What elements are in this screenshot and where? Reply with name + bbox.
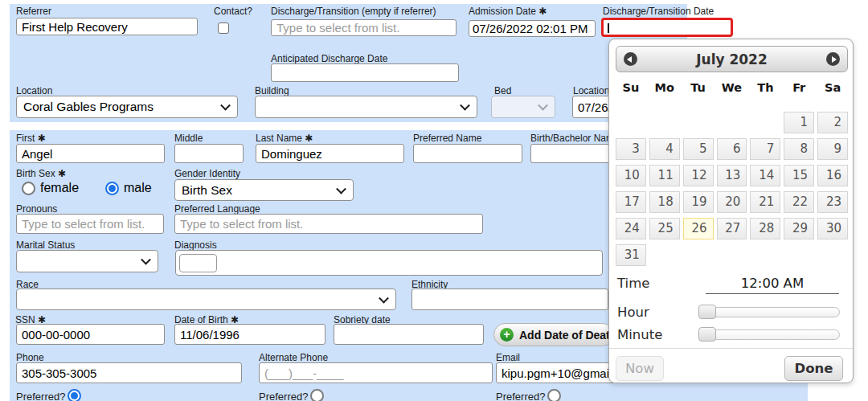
now-button[interactable]: Now (616, 356, 664, 381)
pronouns-input[interactable] (16, 214, 164, 234)
race-select[interactable] (16, 288, 396, 310)
calendar-day[interactable]: 16 (817, 165, 848, 186)
building-select[interactable] (255, 96, 477, 118)
phone-input[interactable] (16, 362, 242, 383)
last-name-input[interactable] (256, 144, 404, 163)
email-preferred-label: Preferred? (496, 391, 545, 401)
calendar-day[interactable]: 6 (717, 138, 747, 160)
datepicker-header: July 2022 (616, 46, 848, 72)
calendar-day[interactable]: 18 (649, 191, 680, 213)
calendar-day[interactable]: 7 (750, 138, 780, 160)
prev-month-icon[interactable] (624, 52, 637, 66)
calendar-day[interactable]: 24 (616, 218, 646, 239)
contact-label: Contact? (214, 6, 252, 17)
calendar-empty-cell (750, 112, 780, 133)
diagnosis-label: Diagnosis (174, 239, 217, 251)
location-select[interactable]: Coral Gables Programs (16, 96, 238, 118)
calendar-day[interactable]: 5 (683, 138, 714, 160)
calendar-day[interactable]: 3 (616, 138, 646, 160)
calendar-day[interactable]: 29 (784, 218, 814, 239)
hour-slider-track[interactable] (700, 307, 840, 317)
hour-label: Hour (617, 305, 649, 320)
bed-select[interactable] (491, 96, 555, 118)
add-date-of-death-button[interactable]: + Add Date of Death (493, 323, 614, 346)
preferred-name-input[interactable] (413, 144, 522, 163)
contact-checkbox[interactable] (218, 23, 229, 34)
calendar-day[interactable]: 28 (750, 218, 780, 239)
referrer-input[interactable] (16, 18, 198, 35)
alternate-phone-label: Alternate Phone (259, 352, 328, 363)
calendar-day[interactable]: 27 (717, 218, 747, 239)
birth-sex-female-radio[interactable] (22, 182, 35, 195)
referrer-label: Referrer (16, 6, 51, 17)
time-value-input[interactable]: 12:00 AM (706, 276, 839, 294)
anticipated-discharge-date-input[interactable] (271, 63, 459, 82)
admission-date-input[interactable] (469, 20, 596, 37)
phone-label: Phone (16, 352, 44, 363)
hour-slider-handle[interactable] (698, 305, 716, 319)
calendar-day[interactable]: 9 (817, 138, 848, 160)
anticipated-discharge-date-label: Anticipated Discharge Date (271, 53, 387, 64)
chevron-down-icon (220, 100, 231, 111)
calendar-day[interactable]: 19 (683, 191, 714, 213)
done-button[interactable]: Done (784, 356, 843, 381)
calendar-day[interactable]: 8 (784, 138, 814, 160)
birth-sex-male-radio[interactable] (105, 182, 119, 195)
calendar-day[interactable]: 23 (817, 191, 848, 213)
birth-sex-female-label: female (40, 181, 79, 195)
day-header: Tu (683, 81, 714, 94)
next-month-icon[interactable] (826, 52, 840, 66)
alternate-phone-input[interactable] (259, 362, 493, 383)
discharge-transition-date-input[interactable] (601, 18, 733, 37)
marital-status-select[interactable] (16, 250, 158, 272)
calendar-day[interactable]: 22 (784, 191, 814, 213)
calendar-day[interactable]: 4 (649, 138, 680, 160)
preferred-language-input[interactable] (174, 214, 483, 234)
calendar-empty-cell (750, 244, 780, 266)
date-of-birth-input[interactable] (174, 324, 326, 345)
day-header: Su (616, 81, 646, 94)
admission-date-label: Admission Date ✱ (469, 6, 547, 17)
calendar-day[interactable]: 25 (649, 218, 680, 239)
calendar-day[interactable]: 10 (616, 165, 646, 186)
email-preferred-radio[interactable] (547, 389, 561, 401)
left-triangle-icon (627, 56, 632, 63)
calendar-day-today[interactable]: 26 (683, 218, 714, 239)
day-header: Mo (649, 81, 680, 94)
gender-identity-select[interactable]: Birth Sex (174, 179, 354, 201)
chevron-down-icon (379, 293, 389, 303)
minute-slider-handle[interactable] (698, 327, 716, 342)
diagnosis-code-input[interactable] (179, 254, 217, 272)
calendar-day[interactable]: 20 (717, 191, 747, 213)
chevron-down-icon (538, 100, 548, 111)
ssn-input[interactable] (16, 324, 165, 345)
calendar-day[interactable]: 14 (750, 165, 780, 186)
calendar-empty-cell (717, 244, 747, 266)
calendar-day[interactable]: 2 (817, 112, 848, 133)
calendar-day[interactable]: 12 (683, 165, 714, 186)
calendar-empty-cell (649, 112, 680, 133)
calendar-day[interactable]: 1 (784, 112, 814, 133)
calendar-day[interactable]: 31 (616, 244, 646, 266)
middle-name-input[interactable] (174, 144, 244, 163)
location-label: Location (16, 85, 52, 96)
calendar-day[interactable]: 21 (750, 191, 780, 213)
calendar-day[interactable]: 13 (717, 165, 747, 186)
sobriety-date-input[interactable] (334, 324, 484, 345)
alternate-phone-preferred-radio[interactable] (310, 389, 324, 401)
calendar-day[interactable]: 11 (649, 165, 680, 186)
building-label: Building (255, 85, 289, 96)
ethnicity-input[interactable] (411, 288, 608, 310)
calendar-day[interactable]: 17 (616, 191, 646, 213)
calendar-day[interactable]: 30 (817, 218, 848, 239)
chevron-down-icon (141, 255, 151, 265)
calendar-day[interactable]: 15 (784, 165, 814, 186)
text-caret (608, 23, 609, 33)
minute-slider-track[interactable] (700, 329, 840, 340)
discharge-transition-input[interactable] (271, 19, 457, 36)
first-name-input[interactable] (16, 144, 165, 163)
diagnosis-field[interactable] (175, 250, 603, 276)
birth-sex-label: Birth Sex ✱ (16, 168, 66, 179)
birth-sex-male-label: male (124, 181, 152, 195)
phone-preferred-radio[interactable] (68, 389, 81, 401)
